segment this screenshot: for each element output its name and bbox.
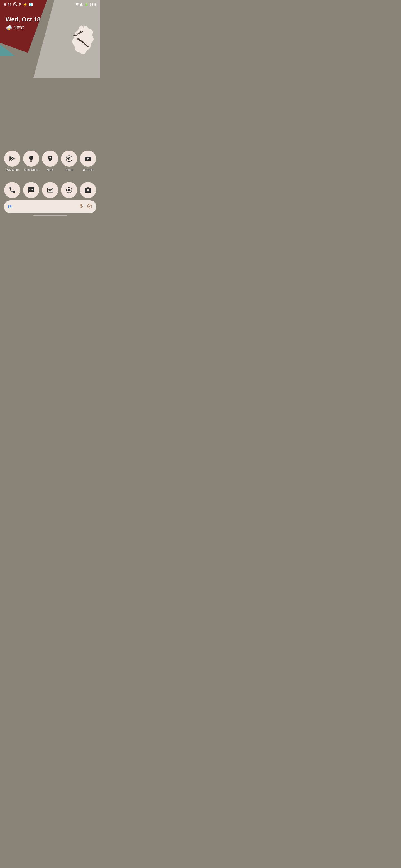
app-grid: Play Store Keep Notes Maps (0, 151, 100, 178)
status-left: 8:21 P ⚡ S (4, 2, 33, 7)
battery-percent: 63% (90, 3, 96, 7)
photos-label: Photos (60, 168, 79, 172)
keep-notes-icon-circle (23, 151, 39, 167)
app-maps[interactable]: Maps (42, 151, 58, 172)
maps-label: Maps (41, 168, 60, 172)
svg-text:M: M (49, 189, 51, 192)
dock-row: M (0, 182, 100, 198)
svg-point-10 (32, 189, 33, 190)
whatsapp-icon (13, 2, 17, 7)
phone-icon-circle (4, 182, 20, 198)
bolt-icon: ⚡ (23, 2, 27, 7)
svg-point-9 (30, 189, 30, 190)
date-text: Wed, Oct 18 (6, 16, 95, 23)
parking-icon: P (19, 3, 21, 7)
search-bar[interactable]: G (4, 200, 96, 213)
wifi-icon (75, 2, 79, 7)
youtube-icon-circle (80, 151, 96, 167)
maps-icon-circle (42, 151, 58, 167)
nav-indicator (33, 215, 67, 216)
lens-icon[interactable] (87, 204, 92, 210)
svg-point-0 (83, 26, 84, 28)
app-chrome[interactable] (61, 182, 77, 198)
status-bar: 8:21 P ⚡ S 🔋 63% (0, 0, 100, 8)
temperature: 26°C (14, 26, 24, 31)
chrome-icon-circle (61, 182, 77, 198)
keep-notes-label: Keep Notes (22, 168, 41, 172)
camera-icon-circle (80, 182, 96, 198)
svg-line-17 (66, 191, 68, 191)
signal-icon (80, 2, 84, 7)
play-store-label: Play Store (3, 168, 22, 172)
status-time: 8:21 (4, 2, 12, 7)
clock-sticker: Wed 18 (63, 23, 100, 63)
app-camera[interactable] (80, 182, 96, 198)
svg-point-8 (31, 189, 31, 190)
app-gmail[interactable]: M (42, 182, 58, 198)
microphone-icon[interactable] (79, 204, 84, 210)
app-photos[interactable]: Photos (61, 151, 78, 172)
battery-icon: 🔋 (85, 3, 89, 6)
skype-icon: S (29, 3, 33, 6)
app-keep-notes[interactable]: Keep Notes (23, 151, 39, 172)
status-right: 🔋 63% (75, 2, 96, 7)
app-row-1: Play Store Keep Notes Maps (3, 151, 97, 172)
youtube-label: YouTube (79, 168, 97, 172)
play-store-icon-circle (4, 151, 20, 167)
google-logo: G (8, 204, 12, 210)
chat-icon-circle (23, 182, 39, 198)
app-youtube[interactable]: YouTube (80, 151, 96, 172)
svg-point-18 (87, 189, 89, 191)
app-play-store[interactable]: Play Store (4, 151, 21, 172)
app-phone[interactable] (4, 182, 20, 198)
weather-icon: ⛈️ (6, 25, 12, 31)
gmail-icon-circle: M (42, 182, 58, 198)
photos-icon-circle (61, 151, 77, 167)
svg-line-16 (70, 191, 71, 191)
svg-point-14 (68, 189, 70, 191)
app-chat[interactable] (23, 182, 39, 198)
